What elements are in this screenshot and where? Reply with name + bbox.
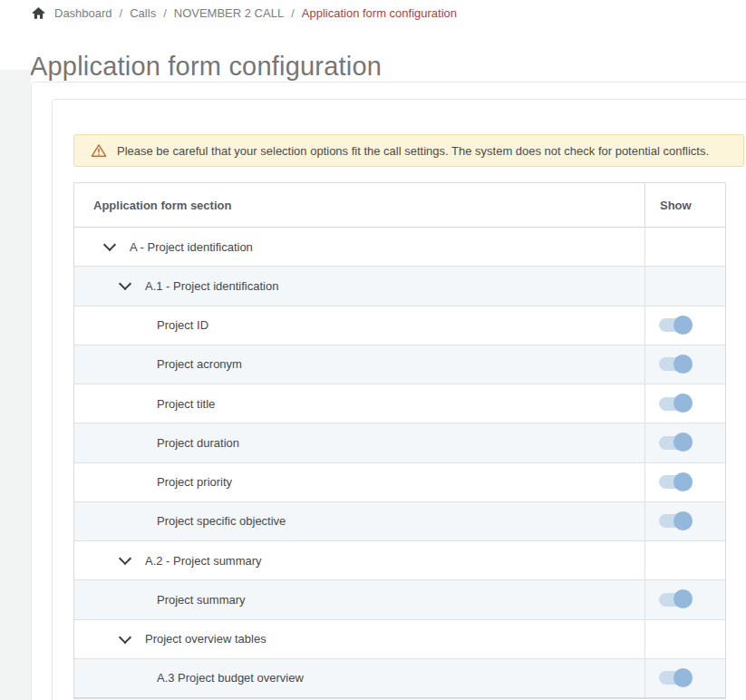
breadcrumb-item[interactable]: Dashboard <box>54 6 112 20</box>
table-body: A - Project identification A.1 - Project… <box>74 228 725 698</box>
table-row: Project acronym <box>74 345 725 384</box>
show-toggle[interactable] <box>659 397 689 411</box>
breadcrumb-items: Dashboard/Calls/NOVEMBER 2 CALL/Applicat… <box>54 6 457 20</box>
row-label: Project summary <box>157 593 246 607</box>
row-label: Project priority <box>157 475 232 489</box>
table-header-row: Application form section Show <box>74 183 725 228</box>
row-label: A.3 Project budget overview <box>157 671 304 685</box>
row-show-cell <box>644 228 725 266</box>
row-show-cell <box>644 384 725 423</box>
row-label: A - Project identification <box>130 240 253 254</box>
row-label: Project duration <box>157 436 239 450</box>
warning-triangle-icon <box>91 143 107 158</box>
column-header-section: Application form section <box>74 183 644 227</box>
row-label: Project specific objective <box>157 514 286 528</box>
row-label: A.1 - Project identification <box>145 279 278 293</box>
toggle-knob <box>673 511 693 530</box>
row-show-cell <box>644 267 725 305</box>
breadcrumb-item[interactable]: Calls <box>130 6 156 20</box>
table-row: Project ID <box>74 306 725 345</box>
table-row: Project duration <box>74 423 725 462</box>
page: Dashboard/Calls/NOVEMBER 2 CALL/Applicat… <box>0 0 746 700</box>
toggle-knob <box>673 589 693 608</box>
form-config-panel: Please be careful that your selection op… <box>52 99 746 700</box>
table-row[interactable]: Project overview tables <box>74 620 725 659</box>
row-section-cell: Project overview tables <box>74 620 644 658</box>
toggle-knob <box>673 433 693 452</box>
row-section-cell: Project ID <box>74 306 644 345</box>
row-show-cell <box>644 306 725 345</box>
row-label: Project ID <box>157 318 208 332</box>
table-row[interactable]: A - Project identification <box>74 228 725 267</box>
breadcrumb-item: Application form configuration <box>302 6 457 20</box>
column-header-show: Show <box>644 183 725 227</box>
chevron-down-icon[interactable] <box>103 241 115 253</box>
left-rail <box>0 70 31 700</box>
show-toggle[interactable] <box>659 436 689 450</box>
toggle-knob <box>673 394 693 413</box>
row-section-cell: A.2 - Project summary <box>74 541 644 579</box>
row-show-cell <box>644 659 725 697</box>
row-section-cell: A.1 - Project identification <box>74 267 644 305</box>
row-section-cell: A.3 Project budget overview <box>74 659 644 697</box>
row-section-cell: Project acronym <box>74 345 644 384</box>
table-row: Project specific objective <box>74 502 725 541</box>
show-toggle[interactable] <box>659 593 689 607</box>
table-row[interactable]: A.1 - Project identification <box>74 267 725 306</box>
row-section-cell: Project duration <box>74 423 644 462</box>
breadcrumb-separator: / <box>120 6 123 20</box>
warning-alert-text: Please be careful that your selection op… <box>117 144 709 158</box>
row-show-cell <box>644 620 725 658</box>
row-section-cell: A - Project identification <box>74 228 644 266</box>
content-card: Please be careful that your selection op… <box>31 82 746 700</box>
show-toggle[interactable] <box>659 357 689 371</box>
row-label: Project title <box>157 397 215 411</box>
row-show-cell <box>644 345 725 384</box>
show-toggle[interactable] <box>659 514 689 528</box>
row-label: Project acronym <box>157 357 242 371</box>
table-row: A.3 Project budget overview <box>74 659 725 698</box>
row-show-cell <box>644 463 725 501</box>
toggle-knob <box>673 472 693 491</box>
table-row: Project priority <box>74 463 725 502</box>
row-section-cell: Project title <box>74 384 644 423</box>
show-toggle[interactable] <box>659 475 689 489</box>
row-label: Project overview tables <box>145 632 266 646</box>
row-show-cell <box>644 502 725 540</box>
toggle-knob <box>673 668 693 687</box>
breadcrumb: Dashboard/Calls/NOVEMBER 2 CALL/Applicat… <box>32 6 457 20</box>
breadcrumb-item[interactable]: NOVEMBER 2 CALL <box>174 6 284 20</box>
chevron-down-icon[interactable] <box>119 555 131 567</box>
application-form-table: Application form section Show A - Projec… <box>73 182 726 699</box>
page-title: Application form configuration <box>30 52 382 82</box>
row-section-cell: Project priority <box>74 463 644 501</box>
show-toggle[interactable] <box>659 671 689 685</box>
breadcrumb-separator: / <box>163 6 167 20</box>
table-row[interactable]: A.2 - Project summary <box>74 541 725 580</box>
row-show-cell <box>644 541 725 579</box>
row-show-cell <box>644 423 725 462</box>
table-row: Project title <box>74 384 725 423</box>
chevron-down-icon[interactable] <box>119 633 131 645</box>
row-section-cell: Project specific objective <box>74 502 644 540</box>
home-icon[interactable] <box>32 6 45 20</box>
row-label: A.2 - Project summary <box>145 554 262 568</box>
show-toggle[interactable] <box>659 318 689 332</box>
chevron-down-icon[interactable] <box>119 280 131 292</box>
row-section-cell: Project summary <box>74 580 644 618</box>
toggle-knob <box>673 316 693 335</box>
toggle-knob <box>673 355 693 374</box>
table-row: Project summary <box>74 580 725 619</box>
row-show-cell <box>644 580 725 618</box>
warning-alert: Please be careful that your selection op… <box>73 134 744 167</box>
breadcrumb-separator: / <box>291 6 295 20</box>
